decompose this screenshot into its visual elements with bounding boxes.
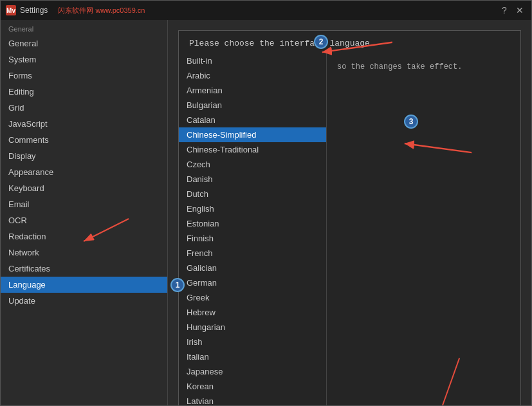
sidebar-item-javascript[interactable]: JavaScript	[1, 116, 167, 132]
dialog-header: Please choose the interface language	[179, 31, 520, 53]
sidebar-item-forms[interactable]: Forms	[1, 68, 167, 84]
titlebar-controls: ? ✕	[498, 4, 526, 17]
watermark: 闪东软件网 www.pc0359.cn	[58, 6, 145, 15]
language-list[interactable]: Built-inArabicArmenianBulgarianCatalanCh…	[179, 53, 327, 405]
lang-item-hebrew[interactable]: Hebrew	[179, 305, 326, 320]
lang-item-dutch[interactable]: Dutch	[179, 187, 326, 201]
sidebar-item-redaction[interactable]: Redaction	[1, 228, 167, 245]
content-area: General GeneralSystemFormsEditingGridJav…	[1, 20, 531, 405]
lang-item-italian[interactable]: Italian	[179, 349, 326, 364]
right-panel: so the changes take effect.	[327, 53, 520, 405]
lang-item-estonian[interactable]: Estonian	[179, 216, 326, 231]
titlebar-title: Settings	[20, 6, 48, 15]
titlebar: Mv Settings 闪东软件网 www.pc0359.cn ? ✕	[1, 1, 531, 20]
sidebar-item-system[interactable]: System	[1, 51, 167, 68]
lang-item-finnish[interactable]: Finnish	[179, 231, 326, 246]
lang-item-bulgarian[interactable]: Bulgarian	[179, 98, 326, 113]
lang-item-english[interactable]: English	[179, 201, 326, 216]
sidebar-item-comments[interactable]: Comments	[1, 132, 167, 148]
settings-window: Mv Settings 闪东软件网 www.pc0359.cn ? ✕ Gene…	[0, 0, 532, 406]
notice-text: so the changes take effect.	[337, 61, 510, 73]
lang-item-irish[interactable]: Irish	[179, 335, 326, 349]
lang-item-greek[interactable]: Greek	[179, 290, 326, 305]
dialog-header-text: Please choose the interface language	[189, 39, 370, 48]
lang-item-korean[interactable]: Korean	[179, 379, 326, 394]
sidebar-item-display[interactable]: Display	[1, 148, 167, 164]
sidebar-item-language[interactable]: Language	[1, 277, 167, 293]
notice-content: so the changes take effect.	[337, 62, 462, 71]
lang-item-french[interactable]: French	[179, 246, 326, 261]
sidebar-item-grid[interactable]: Grid	[1, 100, 167, 116]
sidebar-item-keyboard[interactable]: Keyboard	[1, 180, 167, 196]
lang-item-danish[interactable]: Danish	[179, 172, 326, 187]
lang-item-chinese-traditional[interactable]: Chinese-Traditional	[179, 142, 326, 157]
lang-item-czech[interactable]: Czech	[179, 157, 326, 172]
help-button[interactable]: ?	[498, 4, 511, 17]
sidebar: General GeneralSystemFormsEditingGridJav…	[1, 20, 168, 405]
sidebar-item-general[interactable]: General	[1, 35, 167, 51]
close-button[interactable]: ✕	[513, 4, 526, 17]
dialog-body: Built-inArabicArmenianBulgarianCatalanCh…	[179, 53, 520, 405]
lang-item-built-in[interactable]: Built-in	[179, 53, 326, 68]
lang-item-galician[interactable]: Galician	[179, 261, 326, 275]
sidebar-section-general: General	[1, 20, 167, 35]
titlebar-left: Mv Settings 闪东软件网 www.pc0359.cn	[6, 5, 145, 15]
annotation-2: 2	[314, 35, 328, 49]
dialog-area: 2 Please choose the interface language B…	[178, 30, 521, 405]
lang-item-latvian[interactable]: Latvian	[179, 394, 326, 405]
lang-item-armenian[interactable]: Armenian	[179, 83, 326, 98]
lang-item-chinese-simplified[interactable]: Chinese-Simplified	[179, 127, 326, 142]
main-panel: 2 Please choose the interface language B…	[168, 20, 531, 405]
sidebar-item-editing[interactable]: Editing	[1, 84, 167, 100]
sidebar-item-update[interactable]: Update	[1, 293, 167, 309]
lang-item-japanese[interactable]: Japanese	[179, 364, 326, 379]
sidebar-item-appearance[interactable]: Appearance	[1, 164, 167, 180]
annotation-1: 1	[170, 278, 185, 292]
sidebar-item-ocr[interactable]: OCR	[1, 212, 167, 228]
lang-item-catalan[interactable]: Catalan	[179, 113, 326, 127]
annotation-3: 3	[404, 115, 418, 129]
sidebar-item-network[interactable]: Network	[1, 245, 167, 261]
lang-item-german[interactable]: German	[179, 275, 326, 290]
sidebar-item-email[interactable]: Email	[1, 196, 167, 212]
sidebar-item-certificates[interactable]: Certificates	[1, 261, 167, 277]
ok-area-spacer	[337, 392, 510, 405]
lang-item-hungarian[interactable]: Hungarian	[179, 320, 326, 335]
app-icon: Mv	[6, 5, 16, 15]
lang-item-arabic[interactable]: Arabic	[179, 68, 326, 83]
